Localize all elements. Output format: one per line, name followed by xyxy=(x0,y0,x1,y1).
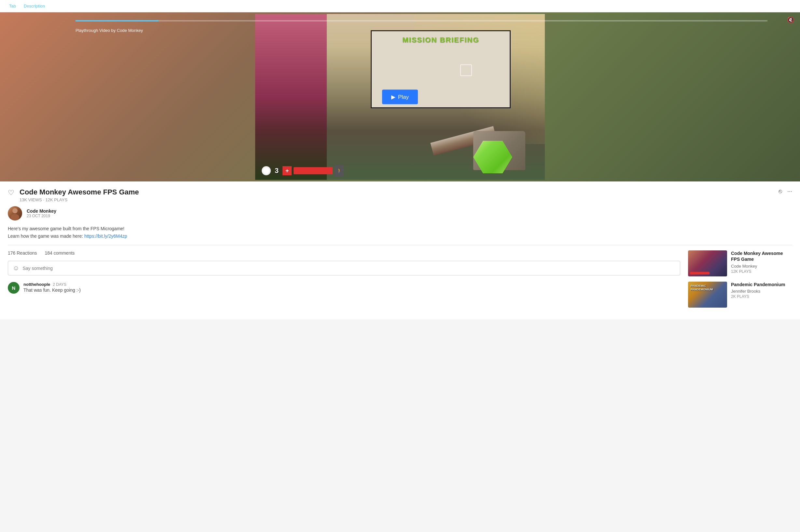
commenter-avatar: N xyxy=(8,282,20,293)
health-bar-container: + 🚶 xyxy=(283,165,344,176)
author-avatar xyxy=(8,206,22,221)
author-info: Code Monkey 23 OCT 2019 xyxy=(27,208,56,218)
grenade-count: 3 xyxy=(275,167,278,175)
main-col: 176 Reactions 184 comments ☺ N notthehoo… xyxy=(8,250,680,313)
related-title-1: Code Monkey Awesome FPS Game xyxy=(731,250,792,262)
crosshair xyxy=(460,64,472,76)
description-line1: Here's my awesome game built from the FP… xyxy=(8,225,792,232)
comment-input[interactable] xyxy=(22,266,675,271)
related-plays-1: 12K PLAYS xyxy=(731,269,792,274)
two-col-layout: 176 Reactions 184 comments ☺ N notthehoo… xyxy=(8,250,792,313)
tab-description[interactable]: Description xyxy=(21,2,48,10)
progress-bar[interactable] xyxy=(75,20,767,21)
health-icon: + xyxy=(283,166,292,175)
share-button[interactable]: ⎋ xyxy=(779,188,782,195)
video-container: MISSION BRIEFING 3 + 🚶 Playthrough Video… xyxy=(0,12,800,182)
author-avatar-inner xyxy=(8,206,22,221)
tab-bar: Tab Description xyxy=(0,0,800,12)
related-plays-2: 2K PLAYS xyxy=(731,294,785,299)
description: Here's my awesome game built from the FP… xyxy=(8,225,792,240)
hud-bottom: 3 + 🚶 xyxy=(262,165,344,176)
comment-input-wrapper[interactable]: ☺ xyxy=(8,261,680,276)
description-link[interactable]: https://bit.ly/2y6M4zp xyxy=(84,233,127,239)
grenade-icon xyxy=(262,166,271,175)
play-label: Play xyxy=(398,94,409,100)
play-button-overlay: ▶ Play xyxy=(382,90,418,104)
health-bar xyxy=(294,167,333,174)
pandemic-label: PANDEMICPANDEMONIUM xyxy=(691,284,713,291)
mute-icon[interactable]: 🔇 xyxy=(787,16,794,23)
author-section: Code Monkey 23 OCT 2019 xyxy=(8,206,792,221)
related-game-1[interactable]: Code Monkey Awesome FPS Game Code Monkey… xyxy=(688,250,792,277)
content-area: ♡ Code Monkey Awesome FPS Game 13K VIEWS… xyxy=(0,182,800,319)
comment-item: N notthehoople 2 DAYS That was fun. Keep… xyxy=(8,282,680,293)
commenter-name: notthehoople xyxy=(23,282,50,287)
related-thumbnail-1 xyxy=(688,250,727,277)
gun-area xyxy=(421,95,545,180)
game-stats: 13K VIEWS · 12K PLAYS xyxy=(20,197,139,202)
related-game-2[interactable]: PANDEMICPANDEMONIUM Pandemic Pandemonium… xyxy=(688,282,792,308)
title-row: ♡ Code Monkey Awesome FPS Game 13K VIEWS… xyxy=(8,188,792,202)
mission-briefing-label: MISSION BRIEFING xyxy=(402,36,479,44)
author-date: 23 OCT 2019 xyxy=(27,214,56,218)
related-info-2: Pandemic Pandemonium Jennifer Brooks 2K … xyxy=(731,282,785,308)
thumb-fps-bg xyxy=(688,250,727,277)
author-name: Code Monkey xyxy=(27,208,56,214)
related-thumbnail-2: PANDEMICPANDEMONIUM xyxy=(688,282,727,308)
more-button[interactable]: ··· xyxy=(787,188,792,195)
reactions-row: 176 Reactions 184 comments xyxy=(8,250,680,255)
play-icon: ▶ xyxy=(391,94,396,100)
svg-point-0 xyxy=(12,208,18,213)
description-line2: Learn how the game was made here: https:… xyxy=(8,232,792,240)
emoji-button[interactable]: ☺ xyxy=(13,264,19,272)
related-title-2: Pandemic Pandemonium xyxy=(731,282,785,287)
title-actions: ⎋ ··· xyxy=(779,188,792,195)
comments-count: 184 comments xyxy=(45,250,75,255)
player-icon: 🚶 xyxy=(334,165,344,176)
reactions-count: 176 Reactions xyxy=(8,250,37,255)
related-info-1: Code Monkey Awesome FPS Game Code Monkey… xyxy=(731,250,792,277)
title-left: ♡ Code Monkey Awesome FPS Game 13K VIEWS… xyxy=(8,188,139,202)
progress-fill xyxy=(75,20,159,21)
tab-tab[interactable]: Tab xyxy=(6,2,19,10)
comment-content: notthehoople 2 DAYS That was fun. Keep g… xyxy=(23,282,81,293)
comment-text: That was fun. Keep going :-) xyxy=(23,287,81,293)
title-info: Code Monkey Awesome FPS Game 13K VIEWS ·… xyxy=(20,188,139,202)
game-title: Code Monkey Awesome FPS Game xyxy=(20,188,139,196)
comment-header: notthehoople 2 DAYS xyxy=(23,282,81,287)
comment-time: 2 DAYS xyxy=(53,282,67,287)
side-col: Code Monkey Awesome FPS Game Code Monkey… xyxy=(688,250,792,313)
svg-point-1 xyxy=(11,214,19,221)
heart-button[interactable]: ♡ xyxy=(8,188,14,197)
divider xyxy=(8,245,792,245)
thumb-pandemic-bg: PANDEMICPANDEMONIUM xyxy=(688,282,727,308)
related-author-2: Jennifer Brooks xyxy=(731,289,785,293)
play-button[interactable]: ▶ Play xyxy=(382,90,418,104)
related-author-1: Code Monkey xyxy=(731,264,792,269)
video-label: Playthrough Video by Code Monkey xyxy=(75,28,143,33)
thumb-fps-health xyxy=(690,272,710,274)
